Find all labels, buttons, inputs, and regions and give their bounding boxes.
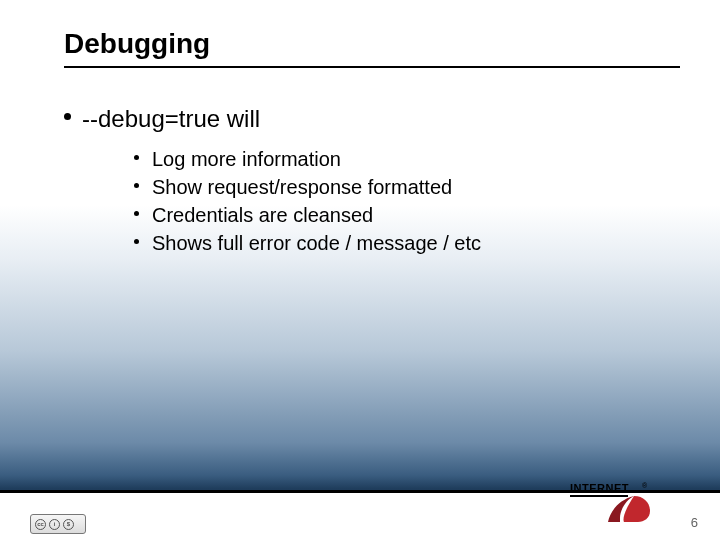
content-area: --debug=true will Log more information S… xyxy=(64,105,656,259)
bullet-dot-icon xyxy=(134,239,139,244)
registered-icon: ® xyxy=(642,482,648,489)
page-number: 6 xyxy=(691,515,698,530)
internet2-logo: INTERNET ® xyxy=(570,478,662,522)
bullet-dot-icon xyxy=(134,155,139,160)
slide-title: Debugging xyxy=(64,28,680,60)
bullet-level2: Show request/response formatted xyxy=(134,175,656,200)
bullet-level1: --debug=true will xyxy=(64,105,656,133)
logo-mark-icon xyxy=(608,496,650,522)
bullet-level2: Log more information xyxy=(134,147,656,172)
cc-icon: cc xyxy=(35,519,46,530)
bullet-level1-text: --debug=true will xyxy=(82,105,260,132)
logo-text: INTERNET xyxy=(570,482,629,494)
bullet-level2-text: Shows full error code / message / etc xyxy=(152,232,481,254)
bullet-level2: Credentials are cleansed xyxy=(134,203,656,228)
bullet-level2: Shows full error code / message / etc xyxy=(134,231,656,256)
bullet-dot-icon xyxy=(64,113,71,120)
bullet-level2-text: Show request/response formatted xyxy=(152,176,452,198)
title-wrap: Debugging xyxy=(64,28,680,68)
bullet-dot-icon xyxy=(134,211,139,216)
svg-rect-0 xyxy=(570,495,628,497)
slide: Debugging --debug=true will Log more inf… xyxy=(0,0,720,540)
bullet-level2-text: Credentials are cleansed xyxy=(152,204,373,226)
sub-bullet-list: Log more information Show request/respon… xyxy=(64,147,656,256)
nc-icon: $ xyxy=(63,519,74,530)
cc-license-badge: cc i $ xyxy=(30,514,86,534)
bullet-level2-text: Log more information xyxy=(152,148,341,170)
bullet-dot-icon xyxy=(134,183,139,188)
by-icon: i xyxy=(49,519,60,530)
